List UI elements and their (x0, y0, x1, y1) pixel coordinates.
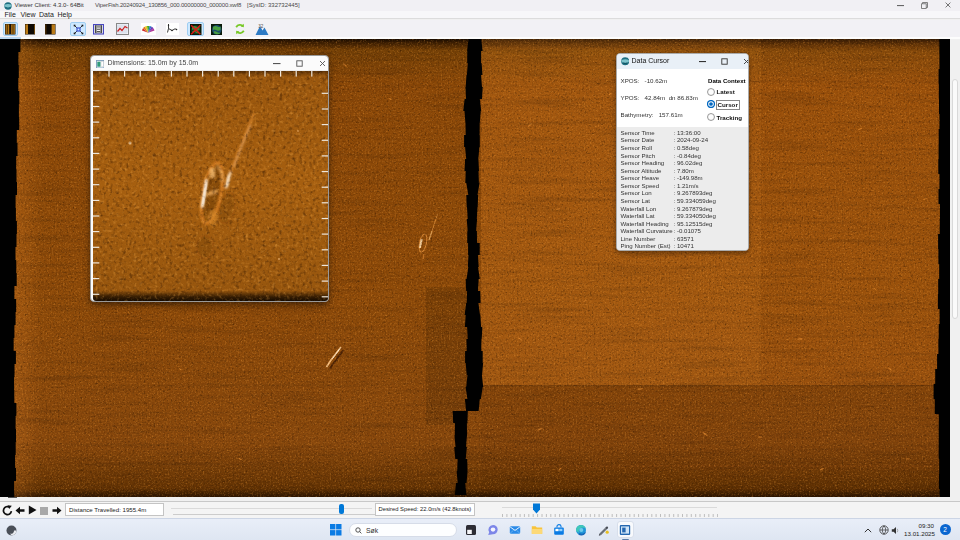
svg-text:32: 32 (258, 24, 264, 29)
